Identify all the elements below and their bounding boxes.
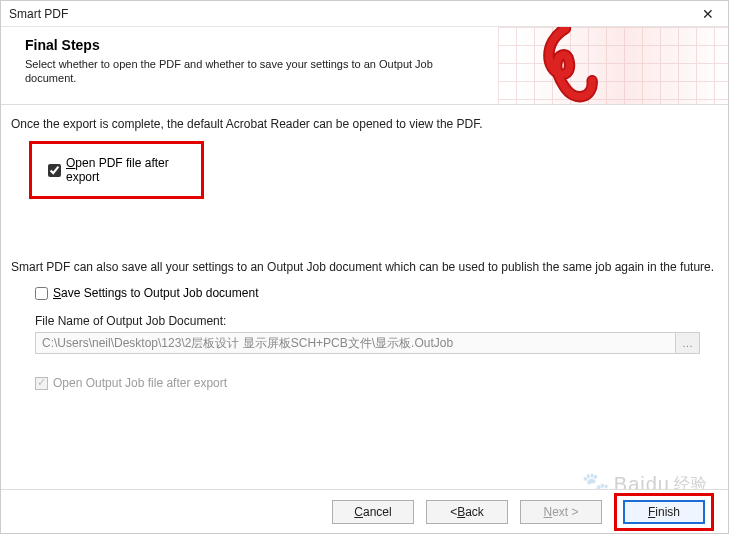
window-title: Smart PDF bbox=[9, 7, 696, 21]
finish-button[interactable]: Finish bbox=[623, 500, 705, 524]
adobe-pdf-icon bbox=[518, 27, 613, 105]
close-icon[interactable]: ✕ bbox=[696, 6, 720, 22]
save-settings-checkbox[interactable] bbox=[35, 287, 48, 300]
browse-button: … bbox=[676, 332, 700, 354]
page-title: Final Steps bbox=[25, 37, 485, 53]
save-note: Smart PDF can also save all your setting… bbox=[11, 259, 718, 276]
save-settings-checkbox-row[interactable]: Save Settings to Output Job document bbox=[35, 286, 700, 300]
wizard-header: Final Steps Select whether to open the P… bbox=[1, 27, 728, 105]
open-pdf-checkbox-row[interactable]: Open PDF file after export bbox=[48, 156, 185, 184]
wizard-footer: Cancel < Back Next > Finish bbox=[1, 489, 728, 533]
open-output-label: Open Output Job file after export bbox=[53, 376, 227, 390]
back-button[interactable]: < Back bbox=[426, 500, 508, 524]
open-output-checkbox-row: Open Output Job file after export bbox=[35, 376, 700, 390]
header-graphic bbox=[498, 27, 728, 105]
save-settings-label[interactable]: Save Settings to Output Job document bbox=[53, 286, 258, 300]
titlebar: Smart PDF ✕ bbox=[1, 1, 728, 27]
highlight-open-pdf: Open PDF file after export bbox=[29, 141, 204, 199]
open-pdf-checkbox[interactable] bbox=[48, 164, 61, 177]
highlight-finish: Finish bbox=[614, 493, 714, 531]
output-job-path-input bbox=[35, 332, 676, 354]
file-name-label: File Name of Output Job Document: bbox=[35, 314, 700, 328]
page-subtitle: Select whether to open the PDF and wheth… bbox=[25, 57, 485, 86]
cancel-button[interactable]: Cancel bbox=[332, 500, 414, 524]
open-pdf-label[interactable]: Open PDF file after export bbox=[66, 156, 185, 184]
export-note: Once the export is complete, the default… bbox=[11, 117, 718, 131]
open-output-checkbox bbox=[35, 377, 48, 390]
next-button: Next > bbox=[520, 500, 602, 524]
wizard-body: Once the export is complete, the default… bbox=[1, 105, 728, 390]
